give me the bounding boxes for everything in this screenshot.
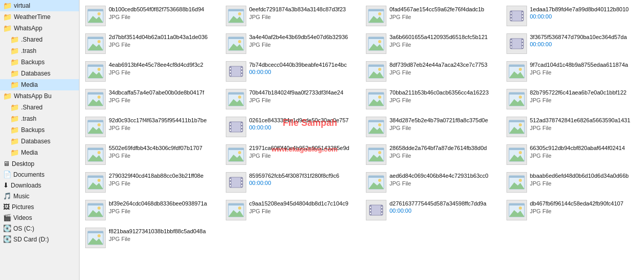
svg-rect-17 xyxy=(511,18,512,20)
file-item[interactable]: bf39e264cdc0468db8336bee0938971a JPG Fil… xyxy=(82,197,221,223)
file-thumbnail xyxy=(226,61,246,82)
file-thumbnail xyxy=(506,33,527,54)
file-type: JPG File xyxy=(530,153,639,159)
file-name: aed6d84c069c406b84e4c72931b63cc0 xyxy=(389,172,498,179)
sidebar-item-whatsappbu-shared[interactable]: 📁.Shared xyxy=(0,102,79,113)
file-type: JPG File xyxy=(109,153,218,159)
file-item[interactable]: 0b100cedb5054f0f82f7536688b16d94 JPG Fil… xyxy=(82,3,221,29)
sidebar-item-weathertime[interactable]: 📁WeatherTime xyxy=(0,11,79,23)
file-info: 3a4e40af2b4e43b69db54e07d6b32936 JPG Fil… xyxy=(249,33,358,48)
file-name: db467fb6f96144c58eda42fb90fc4107 xyxy=(530,200,639,207)
file-info: bbaab6ed6efd48d0b6d10d6d34a0d66b JPG Fil… xyxy=(530,172,639,186)
sidebar-item-label: Documents xyxy=(13,171,45,178)
svg-rect-40 xyxy=(522,43,523,45)
main-content: 0b100cedb5054f0f82f7536688b16d94 JPG Fil… xyxy=(80,0,644,280)
svg-point-114 xyxy=(519,151,522,154)
file-item[interactable]: 82b795722f6c41aea6b7e0a0c1bbf122 JPG Fil… xyxy=(503,86,642,112)
file-thumbnail xyxy=(85,33,106,54)
file-thumbnail xyxy=(506,144,527,165)
file-item[interactable]: 92d0c93cc17f4f63a795f954411b1b7be JPG Fi… xyxy=(82,114,221,140)
file-item[interactable]: db467fb6f96144c58eda42fb90fc4107 JPG Fil… xyxy=(503,197,642,223)
sidebar-item-videos[interactable]: 🎬Videos xyxy=(0,212,79,223)
file-item[interactable]: f821baa9127341038b1bbf88c5ad048a JPG Fil… xyxy=(82,225,221,251)
file-time: 00:00:00 xyxy=(530,13,639,20)
file-item[interactable]: 3a6b6601655a4120935d6518cfc5b121 JPG Fil… xyxy=(362,31,502,57)
sidebar-item-whatsappbu-trash[interactable]: 📁.trash xyxy=(0,113,79,124)
drive-icon: 💽 xyxy=(3,225,11,232)
sidebar-item-sdd[interactable]: 💽SD Card (D:) xyxy=(0,234,79,245)
file-item[interactable]: 2d7bbf3514d04b62a011a0b43a1de036 JPG Fil… xyxy=(82,31,221,57)
file-time: 00:00:00 xyxy=(530,41,639,47)
svg-rect-54 xyxy=(241,74,242,76)
file-item[interactable]: 3f3675f5368747d790ba10ec364d57da 00:00:0… xyxy=(503,31,642,57)
sidebar-item-whatsapp-media[interactable]: 📁Media xyxy=(0,79,79,90)
svg-point-131 xyxy=(378,179,381,182)
file-item[interactable]: 2790329f40cd418ab88cc0e3b21ff08e JPG Fil… xyxy=(82,170,221,195)
sidebar-item-label: .Shared xyxy=(21,36,43,43)
sidebar-item-whatsappbu-databases[interactable]: 📁Databases xyxy=(0,136,79,147)
sidebar-item-whatsapp-trash[interactable]: 📁.trash xyxy=(0,45,79,57)
file-item[interactable]: 34dbcaffa57a4e07abe00b0de8b0417f JPG Fil… xyxy=(82,86,221,112)
sidebar-item-whatsapp-shared[interactable]: 📁.Shared xyxy=(0,34,79,45)
desktop-icon: 🖥 xyxy=(3,160,10,167)
file-item[interactable]: 9f7cad104d1c48b9a8755edaa611874a JPG Fil… xyxy=(503,59,642,84)
file-thumbnail xyxy=(85,6,106,26)
file-item[interactable]: 0261ce8433394e1d9ede50c30ac0e757 00:00:0… xyxy=(222,114,362,140)
sidebar-item-documents[interactable]: 📄Documents xyxy=(0,169,79,180)
file-item[interactable]: 21971ca60f0f40e4b952e905143285e9d JPG Fi… xyxy=(222,142,362,167)
sidebar-item-whatsapp-backups[interactable]: 📁Backups xyxy=(0,57,79,68)
file-item[interactable]: 0fad4567ae154cc59a62fe76f4dadc1b JPG Fil… xyxy=(362,3,502,29)
file-type: JPG File xyxy=(530,97,639,103)
sidebar-item-whatsapp[interactable]: 📁WhatsApp xyxy=(0,23,79,34)
file-name: 3a4e40af2b4e43b69db54e07d6b32936 xyxy=(249,33,358,41)
folder-icon: 📁 xyxy=(10,137,19,145)
sidebar-item-virtual[interactable]: 📁virtual xyxy=(0,0,79,11)
svg-rect-126 xyxy=(241,179,242,180)
sidebar-item-downloads[interactable]: ⬇Downloads xyxy=(0,180,79,191)
sidebar-item-pictures[interactable]: 🖼Pictures xyxy=(0,201,79,212)
file-thumbnail xyxy=(366,33,386,54)
file-item[interactable]: 85959762fcb54f3087f31f280f8cf9c6 00:00:0… xyxy=(222,170,362,195)
file-info: f821baa9127341038b1bbf88c5ad048a JPG Fil… xyxy=(109,228,218,242)
file-item[interactable]: 66305c912db94cbf820abaf644f02414 JPG Fil… xyxy=(503,142,642,167)
sidebar-item-whatsappbu-media[interactable]: 📁Media xyxy=(0,147,79,158)
sidebar-item-label: Videos xyxy=(13,214,32,221)
svg-point-81 xyxy=(97,123,101,126)
file-info: 70bba211b53b46c0acb6356cc4a16223 JPG Fil… xyxy=(389,89,498,103)
svg-point-94 xyxy=(378,123,381,126)
file-item[interactable]: 8df739d87eb24e44a7aca243ce7c7753 JPG Fil… xyxy=(362,59,502,84)
file-item[interactable]: 1edaa17b89fd4e7a99d8bd40112b8010 00:00:0… xyxy=(503,3,642,29)
sidebar-item-osc[interactable]: 💽OS (C:) xyxy=(0,223,79,234)
svg-point-135 xyxy=(519,179,522,182)
file-item[interactable]: d2761637775445d587a34598ffc7dd9a 00:00:0… xyxy=(362,197,502,223)
file-item[interactable]: 7b74dbcecc0440b39beabfe41671e4bc 00:00:0… xyxy=(222,59,362,84)
sidebar-item-whatsapp-databases[interactable]: 📁Databases xyxy=(0,68,79,79)
file-item[interactable]: 0eefdc7291874a3b834a3148c87d3f23 JPG Fil… xyxy=(222,3,362,29)
sidebar-item-whatsappbu[interactable]: 📁WhatsApp Bu xyxy=(0,90,79,102)
file-item[interactable]: 70bba211b53b46c0acb6356cc4a16223 JPG Fil… xyxy=(362,86,502,112)
file-name: 21971ca60f0f40e4b952e905143285e9d xyxy=(249,144,358,152)
svg-rect-68 xyxy=(228,92,244,95)
sidebar-item-desktop[interactable]: 🖥Desktop xyxy=(0,158,79,169)
file-item[interactable]: 4eab6913bf4e45c78ee4cf8d4cd9f3c2 JPG Fil… xyxy=(82,59,221,84)
file-thumbnail xyxy=(85,144,106,165)
file-item[interactable]: 512ad378742841e6826a5663590a1431 JPG Fil… xyxy=(503,114,642,140)
file-item[interactable]: 70b447b184024f9aa0f2733df3f4ae24 JPG Fil… xyxy=(222,86,362,112)
svg-point-110 xyxy=(378,151,381,154)
file-item[interactable]: aed6d84c069c406b84e4c72931b63cc0 JPG Fil… xyxy=(362,170,502,195)
file-item[interactable]: 5502e69fdfbb43c4b306c9fdf07b1707 JPG Fil… xyxy=(82,142,221,167)
file-item[interactable]: 384d287e5b2e4b79a0721f8a8c375d0e JPG Fil… xyxy=(362,114,502,140)
folder-icon: 📁 xyxy=(10,126,19,134)
sidebar-item-whatsappbu-backups[interactable]: 📁Backups xyxy=(0,124,79,136)
file-item[interactable]: bbaab6ed6efd48d0b6d10d6d34a0d66b JPG Fil… xyxy=(503,170,642,195)
file-item[interactable]: c9aa15208ea945d4804db8d1c7c104c9 JPG Fil… xyxy=(222,197,362,223)
file-info: 82b795722f6c41aea6b7e0a0c1bbf122 JPG Fil… xyxy=(530,89,639,103)
file-item[interactable]: 3a4e40af2b4e43b69db54e07d6b32936 JPG Fil… xyxy=(222,31,362,57)
svg-point-57 xyxy=(378,68,381,71)
folder-icon: 📁 xyxy=(3,13,12,21)
sidebar-item-music[interactable]: 🎵Music xyxy=(0,191,79,201)
file-name: 28658dde2a764bf7a87de7614fb38d0d xyxy=(389,144,498,152)
file-type: JPG File xyxy=(109,14,218,20)
file-item[interactable]: 28658dde2a764bf7a87de7614fb38d0d JPG Fil… xyxy=(362,142,502,167)
sidebar-item-label: Media xyxy=(21,149,38,156)
